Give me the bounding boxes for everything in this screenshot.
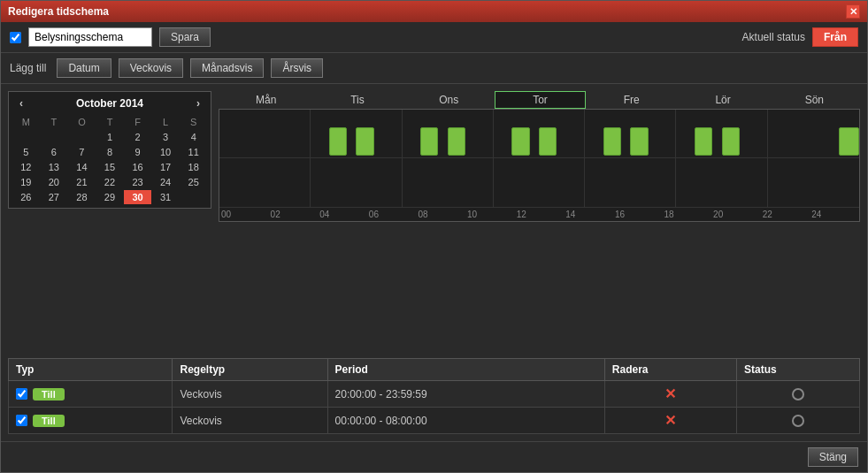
row1-period: 20:00:00 - 23:59:59 bbox=[327, 381, 604, 408]
cal-day-8[interactable]: 8 bbox=[96, 145, 124, 159]
time-20: 20 bbox=[711, 210, 761, 219]
calendar-month-year: October 2014 bbox=[76, 97, 143, 110]
cal-day-29[interactable]: 29 bbox=[96, 190, 124, 204]
add-arsvis-button[interactable]: Årsvis bbox=[271, 58, 323, 78]
time-22: 22 bbox=[761, 210, 810, 219]
cal-day-25[interactable]: 25 bbox=[180, 175, 207, 189]
cal-day-31[interactable]: 31 bbox=[152, 190, 180, 204]
cal-header-f: F bbox=[124, 115, 151, 129]
table-row: Till Veckovis 20:00:00 - 23:59:59 ✕ bbox=[9, 381, 860, 408]
dialog-title: Redigera tidschema bbox=[8, 5, 109, 18]
calendar-header: ‹ October 2014 › bbox=[12, 95, 207, 111]
schedule-name-input[interactable] bbox=[28, 27, 152, 47]
cal-day-19[interactable]: 19 bbox=[12, 175, 40, 189]
cal-day-5[interactable]: 5 bbox=[12, 145, 40, 159]
row1-pill: Till bbox=[33, 388, 65, 401]
cal-day-22[interactable]: 22 bbox=[96, 175, 124, 189]
add-veckovis-button[interactable]: Veckovis bbox=[119, 58, 183, 78]
cal-day-15[interactable]: 15 bbox=[96, 160, 124, 174]
cal-day-27[interactable]: 27 bbox=[41, 190, 68, 204]
cal-day-3[interactable]: 3 bbox=[152, 130, 180, 144]
add-manadsvis-button[interactable]: Månadsvis bbox=[190, 58, 264, 78]
cal-day-10[interactable]: 10 bbox=[152, 145, 180, 159]
time-12: 12 bbox=[515, 210, 565, 219]
save-button[interactable]: Spara bbox=[159, 27, 211, 47]
bars-cell-lor-2 bbox=[676, 158, 767, 207]
cal-day-9[interactable]: 9 bbox=[124, 145, 151, 159]
day-fre[interactable]: Fre bbox=[586, 91, 677, 109]
time-14: 14 bbox=[564, 210, 613, 219]
row1-status-radio[interactable] bbox=[792, 388, 804, 401]
row2-status-radio[interactable] bbox=[792, 415, 804, 427]
cal-day-28[interactable]: 28 bbox=[68, 190, 96, 204]
status-label: Aktuell status bbox=[742, 31, 805, 43]
row2-pill: Till bbox=[33, 415, 65, 427]
row1-delete-button[interactable]: ✕ bbox=[612, 385, 729, 402]
bars-row-1 bbox=[219, 110, 859, 158]
cal-day-16[interactable]: 16 bbox=[124, 160, 151, 174]
close-button[interactable]: ✕ bbox=[846, 4, 860, 19]
bar-fre-1a bbox=[603, 127, 621, 156]
cal-day-17[interactable]: 17 bbox=[152, 160, 180, 174]
day-headers: Mån Tis Ons Tor Fre Lör Sön bbox=[220, 91, 860, 109]
title-bar: Redigera tidschema ✕ bbox=[1, 1, 867, 22]
cal-day-11[interactable]: 11 bbox=[180, 145, 207, 159]
bar-lor-1a bbox=[695, 127, 712, 156]
cal-day-24[interactable]: 24 bbox=[152, 175, 180, 189]
day-mon[interactable]: Mån bbox=[220, 91, 311, 109]
cal-day-12[interactable]: 12 bbox=[12, 160, 40, 174]
cal-day-1[interactable]: 1 bbox=[96, 130, 124, 144]
calendar-prev-button[interactable]: ‹ bbox=[16, 97, 27, 110]
add-bar: Lägg till Datum Veckovis Månadsvis Årsvi… bbox=[1, 53, 867, 84]
row1-radera[interactable]: ✕ bbox=[604, 381, 736, 408]
cal-day-4[interactable]: 4 bbox=[180, 130, 207, 144]
cal-day-18[interactable]: 18 bbox=[180, 160, 207, 174]
chart-outer: 00 02 04 06 08 10 12 14 16 18 20 22 24 bbox=[219, 109, 860, 222]
row2-checkbox[interactable] bbox=[16, 415, 27, 426]
time-axis: 00 02 04 06 08 10 12 14 16 18 20 22 24 bbox=[219, 207, 859, 221]
day-son[interactable]: Sön bbox=[769, 91, 860, 109]
bars-cell-mon-2 bbox=[219, 158, 311, 207]
day-lor[interactable]: Lör bbox=[677, 91, 768, 109]
cal-day-empty3 bbox=[68, 130, 96, 144]
day-ons[interactable]: Ons bbox=[403, 91, 495, 109]
table-area: Typ Regeltyp Period Radera Status Till V… bbox=[1, 358, 867, 441]
time-10: 10 bbox=[465, 210, 515, 219]
cal-header-m: M bbox=[12, 115, 40, 129]
cal-header-t: T bbox=[41, 115, 68, 129]
cal-day-13[interactable]: 13 bbox=[41, 160, 68, 174]
cal-day-6[interactable]: 6 bbox=[41, 145, 68, 159]
bar-tor-1b bbox=[539, 127, 557, 156]
close-dialog-button[interactable]: Stäng bbox=[808, 447, 858, 467]
cal-day-30[interactable]: 30 bbox=[124, 190, 151, 204]
bar-ons-1a bbox=[420, 127, 438, 156]
bars-cell-tor-1 bbox=[494, 110, 585, 157]
cal-day-14[interactable]: 14 bbox=[68, 160, 96, 174]
time-02: 02 bbox=[269, 210, 319, 219]
calendar-next-button[interactable]: › bbox=[193, 97, 204, 110]
row1-checkbox[interactable] bbox=[16, 388, 27, 400]
cal-day-2[interactable]: 2 bbox=[124, 130, 151, 144]
row2-delete-button[interactable]: ✕ bbox=[612, 412, 729, 429]
cal-header-l: L bbox=[152, 115, 180, 129]
bars-cell-fre-2 bbox=[585, 158, 676, 207]
cal-header-o: O bbox=[68, 115, 96, 129]
calendar-grid: M T O T F L S 1 2 3 4 5 6 bbox=[12, 115, 207, 204]
row1-typ: Till bbox=[9, 381, 173, 408]
day-tis[interactable]: Tis bbox=[311, 91, 403, 109]
cal-day-7[interactable]: 7 bbox=[68, 145, 96, 159]
col-typ: Typ bbox=[9, 359, 173, 381]
cal-day-26[interactable]: 26 bbox=[12, 190, 40, 204]
bar-son-1a bbox=[839, 127, 859, 156]
col-status: Status bbox=[737, 359, 860, 381]
cal-day-21[interactable]: 21 bbox=[68, 175, 96, 189]
cal-day-23[interactable]: 23 bbox=[124, 175, 151, 189]
day-tor[interactable]: Tor bbox=[495, 91, 586, 109]
status-toggle-button[interactable]: Från bbox=[812, 27, 858, 47]
bar-lor-1b bbox=[722, 127, 740, 156]
cal-day-20[interactable]: 20 bbox=[41, 175, 68, 189]
bars-cell-son-1 bbox=[768, 110, 859, 157]
add-datum-button[interactable]: Datum bbox=[57, 58, 111, 78]
name-checkbox[interactable] bbox=[10, 32, 21, 43]
row2-radera[interactable]: ✕ bbox=[604, 408, 736, 434]
